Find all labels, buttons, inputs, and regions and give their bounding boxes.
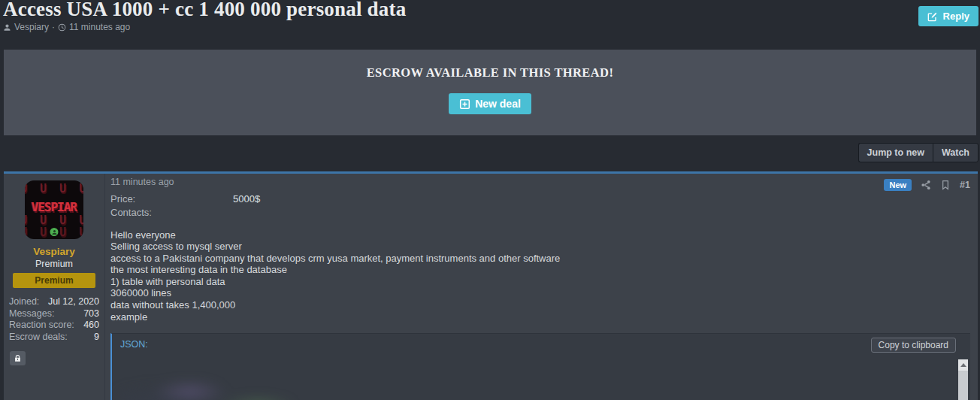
post-1: U U U U U U U U U U U U VESPIAR Vespiary…: [4, 171, 978, 400]
clock-icon: [58, 23, 66, 32]
post-header-actions: New #1: [884, 179, 970, 191]
escrow-banner: ESCROW AVAILABLE IN THIS THREAD! New dea…: [4, 50, 976, 135]
field-label: Price:: [110, 192, 233, 206]
stat-reaction-score: Reaction score: 460: [9, 320, 99, 332]
body-line: example: [110, 311, 972, 323]
code-block-label[interactable]: JSON:: [120, 339, 148, 350]
copy-to-clipboard-button[interactable]: Copy to clipboard: [871, 338, 956, 353]
body-line: data without takes 1,400,000: [110, 299, 972, 311]
new-deal-button[interactable]: New deal: [449, 93, 531, 114]
escrow-heading: ESCROW AVAILABLE IN THIS THREAD!: [4, 50, 976, 80]
post-number-link[interactable]: #1: [960, 180, 970, 190]
stat-label: Escrow deals:: [9, 332, 68, 344]
stat-joined: Joined: Jul 12, 2020: [9, 296, 99, 308]
user-title: Premium: [4, 259, 104, 269]
redacted-contacts-value: [233, 206, 594, 220]
page-title: Access USA 1000 + cc 1 400 000 personal …: [3, 0, 406, 21]
new-deal-button-label: New deal: [475, 98, 521, 110]
username-link[interactable]: Vespiary: [4, 246, 104, 257]
stat-messages: Messages: 703: [9, 308, 99, 320]
stat-value: Jul 12, 2020: [48, 296, 99, 308]
stat-label: Joined:: [9, 296, 39, 308]
watch-button[interactable]: Watch: [933, 143, 978, 162]
premium-banner: Premium: [13, 273, 95, 288]
post-timestamp[interactable]: 11 minutes ago: [110, 177, 972, 187]
stat-label: Reaction score:: [9, 320, 74, 332]
body-line: access to a Pakistani company that devel…: [110, 253, 972, 265]
user-icon: [3, 23, 11, 32]
post-body: Hello everyone Selling access to mysql s…: [110, 229, 972, 323]
scrollbar-up-arrow[interactable]: [958, 359, 968, 371]
plus-square-icon: [459, 98, 470, 109]
body-line: Selling access to mysql server: [110, 241, 972, 253]
lock-icon: [14, 354, 22, 362]
new-badge: New: [884, 179, 912, 191]
json-code-block: JSON: Copy to clipboard: [110, 333, 970, 400]
reply-button-label: Reply: [943, 11, 969, 22]
jump-to-new-button[interactable]: Jump to new: [858, 143, 933, 162]
stat-value: 460: [83, 320, 99, 332]
user-panel: U U U U U U U U U U U U VESPIAR Vespiary…: [4, 174, 105, 400]
online-status-badge: [49, 226, 60, 238]
user-stats: Joined: Jul 12, 2020 Messages: 703 React…: [9, 296, 99, 343]
code-scrollbar[interactable]: [958, 359, 968, 400]
redacted-code-content: [118, 355, 358, 400]
body-line: 3060000 lines: [110, 287, 972, 299]
lock-button[interactable]: [10, 351, 26, 365]
field-contacts: Contacts:: [110, 206, 972, 220]
scrollbar-thumb[interactable]: [958, 371, 968, 400]
field-label: Contacts:: [110, 206, 233, 220]
stat-label: Messages:: [9, 308, 54, 320]
pencil-square-icon: [927, 11, 938, 22]
field-price: Price: 5000$: [110, 192, 972, 206]
stat-value: 9: [94, 332, 99, 344]
bookmark-icon[interactable]: [940, 180, 951, 190]
avatar-text: VESPIAR: [25, 200, 83, 214]
body-line: the most interesting data in the databas…: [110, 264, 972, 276]
body-line: Hello everyone: [110, 229, 972, 241]
meta-separator: ·: [52, 22, 55, 32]
body-line: 1) table with personal data: [110, 276, 972, 288]
field-value: 5000$: [233, 192, 260, 206]
avatar-pattern: U U U U: [25, 182, 83, 195]
post-content: 11 minutes ago New #1 Price: 5000$ Conta…: [105, 174, 978, 400]
thread-actions: Jump to new Watch: [858, 143, 978, 162]
forum-thread-page: { "page": { "title": "Access USA 1000 + …: [0, 0, 980, 400]
stat-escrow-deals: Escrow deals: 9: [9, 332, 99, 344]
avatar[interactable]: U U U U U U U U U U U U VESPIAR: [25, 180, 83, 239]
reply-button[interactable]: Reply: [918, 6, 978, 26]
thread-timestamp[interactable]: 11 minutes ago: [69, 22, 130, 32]
user-icon: [51, 229, 57, 235]
share-icon[interactable]: [921, 180, 931, 190]
thread-author-link[interactable]: Vespiary: [14, 22, 49, 32]
thread-meta: Vespiary · 11 minutes ago: [3, 22, 130, 32]
stat-value: 703: [83, 308, 99, 320]
post-fields: Price: 5000$ Contacts:: [110, 192, 972, 220]
